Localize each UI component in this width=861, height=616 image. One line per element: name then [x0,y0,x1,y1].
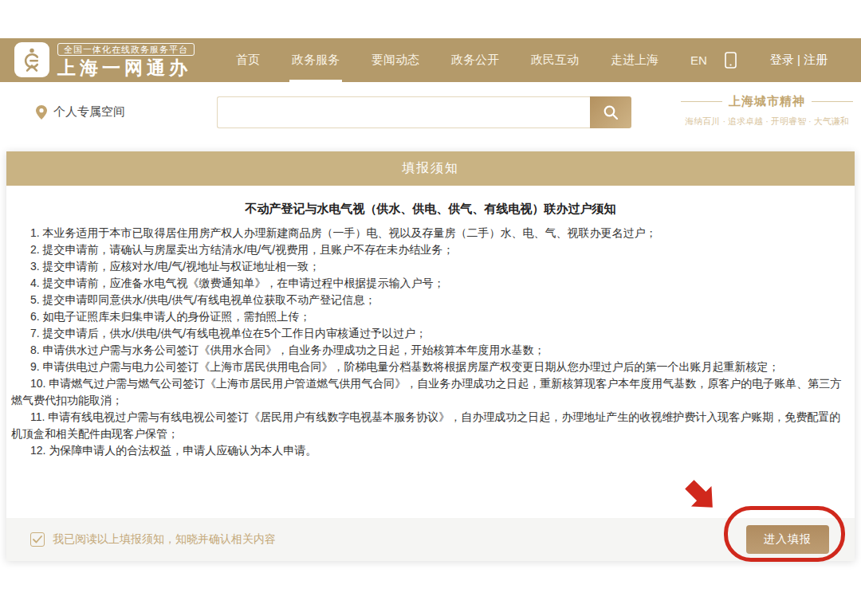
notice-panel: 填报须知 不动产登记与水电气视（供水、供电、供气、有线电视）联办过户须知 1. … [6,151,855,561]
main-nav: 首页 政务服务 要闻动态 政务公开 政民互动 走进上海 EN [236,38,707,82]
check-icon [33,536,42,543]
notice-item-3: 3. 提交申请前，应核对水/电/气/视地址与权证地址相一致； [11,258,850,275]
site-logo[interactable]: 全国一体化在线政务服务平台 上海一网通办 [14,41,195,78]
notice-item-10: 10. 申请燃气过户需与燃气公司签订《上海市居民用户管道燃气供用气合同》，自业务… [11,375,850,409]
login-register-link[interactable]: 登录 | 注册 [770,53,828,68]
notice-item-12: 12. 为保障申请人的合法权益，申请人应确认为本人申请。 [11,442,850,459]
site-name: 上海一网通办 [57,58,195,78]
agree-row[interactable]: 我已阅读以上填报须知，知晓并确认相关内容 [30,532,276,547]
spirit-left-line [681,101,722,102]
header-right: 登录 | 注册 [725,52,828,69]
panel-title-bar: 填报须知 [6,151,855,186]
agree-checkbox[interactable] [30,532,45,547]
nav-about-shanghai[interactable]: 走进上海 [611,38,659,82]
sub-header: 个人专属空间 上海城市精神 海纳百川 · 追求卓越 · 开明睿智 · 大气谦和 [0,82,861,142]
city-spirit-block: 上海城市精神 海纳百川 · 追求卓越 · 开明睿智 · 大气谦和 [681,94,853,128]
nav-english[interactable]: EN [690,38,707,82]
brand-text: 全国一体化在线政务服务平台 上海一网通办 [57,41,195,78]
notice-content: 不动产登记与水电气视（供水、供电、供气、有线电视）联办过户须知 1. 本业务适用… [6,186,855,459]
top-header-bar: 全国一体化在线政务服务平台 上海一网通办 首页 政务服务 要闻动态 政务公开 政… [0,38,861,82]
city-spirit-subtitle: 海纳百川 · 追求卓越 · 开明睿智 · 大气谦和 [681,116,853,128]
enter-filing-button[interactable]: 进入填报 [746,525,829,554]
notice-item-5: 5. 提交申请即同意供水/供电/供气/有线电视单位获取不动产登记信息； [11,292,850,308]
location-pin-icon [36,105,47,120]
spirit-right-line [812,101,853,102]
nav-news[interactable]: 要闻动态 [372,38,419,82]
shanghai-gov-logo-icon [14,42,49,77]
platform-badge: 全国一体化在线政务服务平台 [57,43,195,56]
nav-home[interactable]: 首页 [236,38,260,82]
nav-gov-services[interactable]: 政务服务 [292,38,340,82]
search-input[interactable] [217,96,590,128]
mobile-phone-icon[interactable] [725,52,737,69]
city-spirit-title: 上海城市精神 [729,94,805,109]
agree-label: 我已阅读以上填报须知，知晓并确认相关内容 [53,532,276,547]
notice-item-7: 7. 提交申请后，供水/供电/供气/有线电视单位在5个工作日内审核通过予以过户； [11,325,850,342]
nav-interaction[interactable]: 政民互动 [531,38,579,82]
notice-item-4: 4. 提交申请前，应准备水电气视《缴费通知单》，在申请过程中根据提示输入户号； [11,275,850,292]
nav-gov-open[interactable]: 政务公开 [451,38,499,82]
notice-item-2: 2. 提交申请前，请确认与房屋卖出方结清水/电/气/视费用，且账户不存在未办结业… [11,241,850,258]
panel-title: 填报须知 [402,160,459,177]
personal-space-link[interactable]: 个人专属空间 [36,82,125,142]
search-box [217,96,631,128]
notice-item-11: 11. 申请有线电视过户需与有线电视公司签订《居民用户有线数字电视基本服务协议》… [11,409,850,442]
notice-item-8: 8. 申请供水过户需与水务公司签订《供用水合同》，自业务办理成功之日起，开始核算… [11,342,850,359]
notice-item-9: 9. 申请供电过户需与电力公司签订《上海市居民供用电合同》，阶梯电量分档基数将根… [11,359,850,375]
search-button[interactable] [590,96,631,128]
notice-heading: 不动产登记与水电气视（供水、供电、供气、有线电视）联办过户须知 [11,202,850,217]
notice-item-1: 1. 本业务适用于本市已取得居住用房产权人办理新建商品房（一手）电、视以及存量房… [11,225,850,241]
panel-footer: 我已阅读以上填报须知，知晓并确认相关内容 进入填报 [6,518,855,561]
notice-item-6: 6. 如电子证照库未归集申请人的身份证照，需拍照上传； [11,308,850,325]
personal-space-label: 个人专属空间 [53,104,125,120]
search-icon [603,104,619,120]
